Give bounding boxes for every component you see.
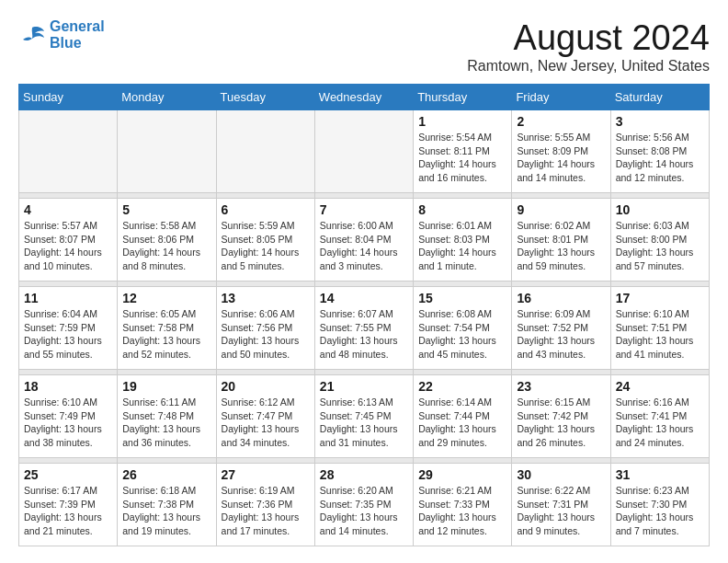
calendar-cell: 27Sunrise: 6:19 AM Sunset: 7:36 PM Dayli… [216, 464, 314, 546]
calendar-cell: 1Sunrise: 5:54 AM Sunset: 8:11 PM Daylig… [414, 110, 512, 193]
day-number: 7 [320, 202, 408, 217]
calendar-cell: 17Sunrise: 6:10 AM Sunset: 7:51 PM Dayli… [610, 287, 709, 370]
day-info: Sunrise: 6:00 AM Sunset: 8:04 PM Dayligh… [320, 219, 408, 273]
calendar-cell: 14Sunrise: 6:07 AM Sunset: 7:55 PM Dayli… [314, 287, 413, 370]
calendar-cell: 3Sunrise: 5:56 AM Sunset: 8:08 PM Daylig… [610, 110, 709, 193]
calendar-cell [216, 110, 314, 193]
day-info: Sunrise: 6:22 AM Sunset: 7:31 PM Dayligh… [517, 484, 605, 538]
calendar-cell: 8Sunrise: 6:01 AM Sunset: 8:03 PM Daylig… [414, 199, 512, 282]
calendar-cell: 16Sunrise: 6:09 AM Sunset: 7:52 PM Dayli… [512, 287, 610, 370]
calendar-cell: 20Sunrise: 6:12 AM Sunset: 7:47 PM Dayli… [216, 375, 314, 458]
day-info: Sunrise: 6:23 AM Sunset: 7:30 PM Dayligh… [616, 484, 704, 538]
logo-icon [18, 24, 46, 46]
calendar-cell: 23Sunrise: 6:15 AM Sunset: 7:42 PM Dayli… [512, 375, 610, 458]
day-number: 1 [418, 114, 506, 129]
calendar-cell: 31Sunrise: 6:23 AM Sunset: 7:30 PM Dayli… [610, 464, 709, 546]
day-number: 21 [320, 379, 408, 394]
day-number: 6 [222, 202, 310, 217]
day-info: Sunrise: 6:17 AM Sunset: 7:39 PM Dayligh… [24, 484, 112, 538]
day-info: Sunrise: 6:13 AM Sunset: 7:45 PM Dayligh… [320, 396, 408, 450]
day-number: 13 [222, 291, 310, 305]
calendar-cell: 2Sunrise: 5:55 AM Sunset: 8:09 PM Daylig… [512, 110, 610, 193]
calendar-cell [19, 110, 118, 193]
calendar-cell: 28Sunrise: 6:20 AM Sunset: 7:35 PM Dayli… [314, 464, 413, 546]
day-number: 28 [320, 467, 408, 482]
day-info: Sunrise: 5:57 AM Sunset: 8:07 PM Dayligh… [24, 219, 112, 273]
day-number: 30 [517, 467, 605, 482]
calendar: Sunday Monday Tuesday Wednesday Thursday… [18, 84, 710, 546]
header-tuesday: Tuesday [216, 85, 314, 110]
week-row-1: 1Sunrise: 5:54 AM Sunset: 8:11 PM Daylig… [19, 110, 710, 193]
week-row-4: 18Sunrise: 6:10 AM Sunset: 7:49 PM Dayli… [19, 375, 710, 458]
header-saturday: Saturday [610, 85, 709, 110]
calendar-cell: 24Sunrise: 6:16 AM Sunset: 7:41 PM Dayli… [610, 375, 709, 458]
day-number: 5 [122, 202, 210, 217]
calendar-cell: 15Sunrise: 6:08 AM Sunset: 7:54 PM Dayli… [414, 287, 512, 370]
week-row-2: 4Sunrise: 5:57 AM Sunset: 8:07 PM Daylig… [19, 199, 710, 282]
header-thursday: Thursday [414, 85, 512, 110]
header-friday: Friday [512, 85, 610, 110]
day-info: Sunrise: 6:02 AM Sunset: 8:01 PM Dayligh… [517, 219, 605, 273]
calendar-cell: 5Sunrise: 5:58 AM Sunset: 8:06 PM Daylig… [118, 199, 216, 282]
day-number: 14 [320, 291, 408, 305]
calendar-cell: 26Sunrise: 6:18 AM Sunset: 7:38 PM Dayli… [118, 464, 216, 546]
day-number: 16 [517, 291, 605, 305]
day-info: Sunrise: 6:15 AM Sunset: 7:42 PM Dayligh… [517, 396, 605, 450]
calendar-cell: 10Sunrise: 6:03 AM Sunset: 8:00 PM Dayli… [610, 199, 709, 282]
day-number: 23 [517, 379, 605, 394]
day-info: Sunrise: 6:11 AM Sunset: 7:48 PM Dayligh… [122, 396, 210, 450]
day-number: 29 [418, 467, 506, 482]
day-info: Sunrise: 5:56 AM Sunset: 8:08 PM Dayligh… [616, 131, 704, 185]
day-number: 18 [24, 379, 112, 394]
calendar-cell [118, 110, 216, 193]
day-info: Sunrise: 5:59 AM Sunset: 8:05 PM Dayligh… [222, 219, 310, 273]
day-number: 19 [122, 379, 210, 394]
day-info: Sunrise: 6:04 AM Sunset: 7:59 PM Dayligh… [24, 307, 112, 362]
day-info: Sunrise: 6:01 AM Sunset: 8:03 PM Dayligh… [418, 219, 506, 273]
logo: GeneralBlue [18, 18, 105, 51]
day-number: 20 [222, 379, 310, 394]
day-number: 31 [616, 467, 704, 482]
header-wednesday: Wednesday [314, 85, 413, 110]
day-info: Sunrise: 6:07 AM Sunset: 7:55 PM Dayligh… [320, 307, 408, 362]
header-sunday: Sunday [19, 85, 118, 110]
day-info: Sunrise: 6:19 AM Sunset: 7:36 PM Dayligh… [222, 484, 310, 538]
day-number: 2 [517, 114, 605, 129]
month-title: August 2024 [467, 18, 710, 58]
day-info: Sunrise: 6:12 AM Sunset: 7:47 PM Dayligh… [222, 396, 310, 450]
day-info: Sunrise: 6:03 AM Sunset: 8:00 PM Dayligh… [616, 219, 704, 273]
location: Ramtown, New Jersey, United States [467, 58, 710, 75]
weekday-header-row: Sunday Monday Tuesday Wednesday Thursday… [19, 85, 710, 110]
day-number: 17 [616, 291, 704, 305]
day-info: Sunrise: 6:09 AM Sunset: 7:52 PM Dayligh… [517, 307, 605, 362]
calendar-cell: 12Sunrise: 6:05 AM Sunset: 7:58 PM Dayli… [118, 287, 216, 370]
calendar-cell: 6Sunrise: 5:59 AM Sunset: 8:05 PM Daylig… [216, 199, 314, 282]
calendar-cell: 25Sunrise: 6:17 AM Sunset: 7:39 PM Dayli… [19, 464, 118, 546]
calendar-cell [314, 110, 413, 193]
day-number: 9 [517, 202, 605, 217]
logo-text: GeneralBlue [50, 18, 105, 51]
day-number: 24 [616, 379, 704, 394]
day-info: Sunrise: 5:55 AM Sunset: 8:09 PM Dayligh… [517, 131, 605, 185]
day-number: 11 [24, 291, 112, 305]
week-row-3: 11Sunrise: 6:04 AM Sunset: 7:59 PM Dayli… [19, 287, 710, 370]
calendar-cell: 21Sunrise: 6:13 AM Sunset: 7:45 PM Dayli… [314, 375, 413, 458]
day-number: 27 [222, 467, 310, 482]
day-number: 15 [418, 291, 506, 305]
header-monday: Monday [118, 85, 216, 110]
calendar-cell: 22Sunrise: 6:14 AM Sunset: 7:44 PM Dayli… [414, 375, 512, 458]
calendar-cell: 11Sunrise: 6:04 AM Sunset: 7:59 PM Dayli… [19, 287, 118, 370]
calendar-cell: 9Sunrise: 6:02 AM Sunset: 8:01 PM Daylig… [512, 199, 610, 282]
calendar-cell: 18Sunrise: 6:10 AM Sunset: 7:49 PM Dayli… [19, 375, 118, 458]
title-block: August 2024 Ramtown, New Jersey, United … [467, 18, 710, 75]
day-info: Sunrise: 5:58 AM Sunset: 8:06 PM Dayligh… [122, 219, 210, 273]
calendar-cell: 30Sunrise: 6:22 AM Sunset: 7:31 PM Dayli… [512, 464, 610, 546]
day-number: 10 [616, 202, 704, 217]
week-row-5: 25Sunrise: 6:17 AM Sunset: 7:39 PM Dayli… [19, 464, 710, 546]
day-info: Sunrise: 5:54 AM Sunset: 8:11 PM Dayligh… [418, 131, 506, 185]
day-info: Sunrise: 6:10 AM Sunset: 7:49 PM Dayligh… [24, 396, 112, 450]
day-number: 26 [122, 467, 210, 482]
calendar-cell: 13Sunrise: 6:06 AM Sunset: 7:56 PM Dayli… [216, 287, 314, 370]
calendar-cell: 29Sunrise: 6:21 AM Sunset: 7:33 PM Dayli… [414, 464, 512, 546]
day-info: Sunrise: 6:20 AM Sunset: 7:35 PM Dayligh… [320, 484, 408, 538]
